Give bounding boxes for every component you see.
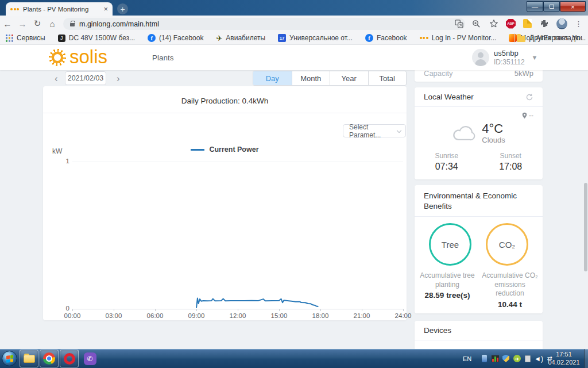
bookmark-item[interactable]: Log In - PV Monitor... [420,34,497,42]
chrome-icon [43,352,55,365]
x-axis-tick-label: 21:00 [354,312,370,319]
weather-condition: Clouds [482,136,505,144]
bookmark-star-icon[interactable] [489,19,498,29]
ginlong-favicon [10,8,19,10]
clipboard-tray-icon[interactable] [524,355,532,363]
bookmark-item[interactable]: Сервисы [6,34,45,42]
usb-tray-icon[interactable] [480,355,488,363]
nav-item-plants[interactable]: Plants [152,53,174,62]
sunrise-label: Sunrise [415,152,479,160]
x-axis-tick-label: 00:00 [64,312,81,319]
zoom-icon[interactable] [471,19,481,29]
viber-icon: ✆ [84,352,96,365]
volume-tray-icon[interactable]: ◄) [535,355,543,363]
x-axis-tick-label: 24:00 [395,312,412,319]
home-icon[interactable]: ⌂ [45,19,60,29]
tab-month[interactable]: Month [292,71,330,85]
x-axis-tick-mark [72,309,73,311]
taskbar-viber-button[interactable]: ✆ [80,350,99,367]
user-menu[interactable]: us5nbp ID:351112 ▼ [472,49,538,66]
devices-card: Devices [415,321,543,349]
chart-card: Daily Production: 0.4kWh Select Paramet.… [43,86,407,320]
taskbar-chrome-button[interactable] [40,350,59,367]
sunset-time: 17:08 [479,162,543,172]
shield-tray-icon[interactable] [502,355,510,363]
stats-tray-icon[interactable] [491,355,499,363]
sun-logo-icon [49,49,66,66]
bookmark-item[interactable]: ✈Авиабилеты [216,34,265,43]
profile-avatar[interactable] [556,18,567,29]
browser-tab[interactable]: Plants - PV Monitoring × [6,2,113,16]
devices-title: Devices [424,326,451,335]
tab-title: Plants - PV Monitoring [23,6,99,13]
forward-icon[interactable]: → [15,19,30,29]
x-axis-tick-label: 09:00 [188,312,205,319]
window-minimize-button[interactable]: — [527,1,543,12]
window-close-button[interactable]: × [560,1,586,12]
tab-year[interactable]: Year [330,71,368,85]
x-axis-tick-mark [196,309,197,311]
new-tab-button[interactable]: + [117,3,128,14]
lock-icon[interactable] [70,23,75,26]
prev-date-icon[interactable]: ‹ [55,73,58,85]
bookmark-item[interactable]: 17Универсальное от... [278,34,353,42]
next-date-icon[interactable]: › [117,73,120,85]
x-axis-tick-label: 18:00 [312,312,329,319]
tree-benefit-value: 28.59 tree(s) [417,290,477,301]
address-bar[interactable]: m.ginlong.com/main.html [63,18,465,30]
tree-ring: Tree [429,223,471,266]
weather-refresh-icon[interactable] [525,93,533,101]
page-scrollbar[interactable] [584,183,587,271]
user-id: ID:351112 [494,58,525,66]
extensions-puzzle-icon[interactable] [539,19,549,29]
x-axis-tick-label: 15:00 [271,312,288,319]
co2-benefit-label: Accumulative CO₂ emissions reduction [480,271,540,298]
solis-logo[interactable]: solis [49,49,107,66]
show-desktop-button[interactable] [584,349,588,368]
update-tray-icon[interactable]: ➜ [513,355,521,363]
refresh-icon[interactable]: ↻ [30,18,45,29]
other-bookmarks-button[interactable]: Другие закладки [517,34,582,42]
language-indicator[interactable]: EN [463,355,471,362]
explorer-icon [24,355,35,363]
browser-menu-icon[interactable]: ⋮ [575,20,582,28]
bookmark-item[interactable]: JDC 48V 1500W без... [58,34,135,42]
chevron-down-icon: ▼ [532,54,538,61]
date-input[interactable]: 2021/02/03 [65,71,106,85]
x-axis-tick-label: 06:00 [147,312,164,319]
taskbar-opera-button[interactable] [60,350,79,367]
user-avatar [472,49,489,66]
location-pin-icon [522,112,527,119]
tab-close-icon[interactable]: × [103,5,108,13]
weather-title: Local Weather [424,93,474,101]
power-line-chart[interactable] [43,86,407,320]
taskbar-explorer-button[interactable] [20,350,38,367]
opera-icon [64,353,75,365]
url-text: m.ginlong.com/main.html [79,20,159,28]
user-name: us5nbp [494,49,525,58]
benefits-card: Environmental & Economic Benefits Tree C… [415,185,543,313]
facebook-icon: f [148,34,156,42]
facebook-icon: f [365,34,373,42]
bookmark-item[interactable]: f(14) Facebook [148,34,203,42]
benefits-title: Environmental & Economic Benefits [415,185,543,217]
adblock-icon[interactable]: ABP [506,19,516,29]
x-axis-tick-mark [320,309,321,311]
window-restore-button[interactable] [543,1,560,12]
translate-icon[interactable] [454,19,464,29]
x-axis-tick-mark [238,309,238,311]
sunset-label: Sunset [479,152,543,160]
start-button[interactable] [2,351,17,366]
temperature: 4°C [482,122,505,136]
bookmarks-separator [514,33,514,43]
bookmark-item[interactable]: fFacebook [365,34,407,42]
calendar17-icon: 17 [278,34,286,42]
x-axis-tick-label: 03:00 [106,312,122,319]
tab-total[interactable]: Total [368,71,407,85]
yellow-extension-icon[interactable] [523,19,532,28]
tab-day[interactable]: Day [253,71,292,85]
taskbar-clock[interactable]: 17:51 04.02.2021 [544,350,583,367]
x-axis-tick-label: 12:00 [230,312,246,319]
back-icon[interactable]: ← [0,19,15,29]
apps-grid-icon [6,34,13,42]
